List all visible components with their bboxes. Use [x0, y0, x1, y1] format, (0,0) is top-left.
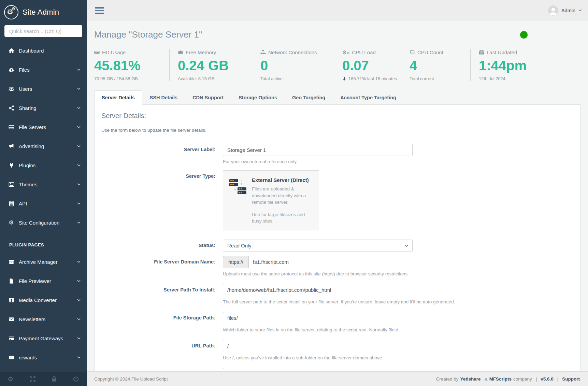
chevron-down-icon [77, 202, 81, 205]
database-icon [9, 201, 14, 206]
stat-cpu-load: ⚙⚙ CPU Load 0.07 185.71% last 15 minutes [334, 49, 401, 81]
server-type-option[interactable]: External Server (Direct) Files are uploa… [223, 170, 319, 230]
sidebar-footer: ⚙ [0, 372, 87, 386]
admin-label: Admin [561, 8, 575, 13]
share-icon [9, 105, 14, 111]
sidebar-nav: Dashboard Files Users Sharing File Serve… [0, 41, 87, 367]
server-stats-row: HD Usage 45.81% 70.95 GB / 154.88 GB Fre… [94, 49, 580, 81]
version-label: v5.6.0 [541, 376, 554, 382]
film-icon [9, 297, 14, 303]
lock-button[interactable] [43, 376, 65, 382]
stat-last-updated: Last Updated 1:44pm 12th Jul 2024 [470, 49, 549, 81]
admin-menu[interactable]: Admin [548, 5, 582, 16]
sidebar-item-users[interactable]: Users [0, 79, 87, 98]
install-path-label: Server Path To Install: [101, 284, 215, 304]
tab-ssh-details[interactable]: SSH Details [142, 90, 185, 104]
chevron-down-icon [77, 221, 81, 224]
stat-value: 45.81% [94, 58, 166, 73]
plug-icon [9, 162, 14, 168]
money-icon [9, 355, 14, 360]
envelope-icon [9, 316, 14, 322]
server-details-panel: Server Details: Use the form below to up… [94, 104, 580, 371]
tab-server-details[interactable]: Server Details [94, 90, 142, 105]
cogs-icon: ⚙⚙ [342, 49, 350, 55]
install-path-help: The full server path to the script insta… [223, 299, 573, 304]
chevron-down-icon [77, 299, 81, 301]
server-label-help: For your own internal reference only. [223, 159, 573, 164]
sidebar-item-plugins[interactable]: Plugins [0, 156, 87, 175]
fullscreen-button[interactable] [22, 376, 44, 382]
sidebar-item-payment-gateways[interactable]: Payment Gateways [0, 329, 87, 348]
server-tabs: Server Details SSH Details CDN Support S… [94, 90, 580, 104]
protocol-prefix: https:// [223, 256, 248, 268]
sidebar-item-rewards[interactable]: rewards [0, 348, 87, 367]
storage-path-input[interactable] [223, 312, 573, 324]
copyright-text: Copyright © 2024 File Upload Script [94, 376, 168, 382]
stat-network-connections: Network Connections 0 Total active [252, 49, 334, 81]
cloud-upload-icon [9, 67, 14, 73]
plugin-pages-heading: PLUGIN PAGES [0, 232, 87, 252]
sitemap-icon [260, 49, 266, 55]
chevron-down-icon [77, 126, 81, 128]
app-logo[interactable]: ⚙⚙ Site Admin [0, 0, 87, 21]
panel-heading: Server Details: [101, 112, 573, 120]
creator-name: Yetishare [460, 376, 481, 382]
settings-button[interactable]: ⚙ [0, 376, 22, 382]
megaphone-icon [9, 143, 14, 149]
tab-storage-options[interactable]: Storage Options [231, 90, 285, 104]
stat-free-memory: Free Memory 0.24 GB Available: 8.15 GB [169, 49, 252, 81]
tab-account-type-targeting[interactable]: Account Type Targeting [333, 90, 404, 104]
avatar [548, 5, 558, 16]
external-server-icon [229, 177, 247, 225]
gear-icon: ⚙ [8, 376, 14, 382]
page-title: Manage "Storage Server 1" [94, 29, 202, 40]
server-type-desc: Files are uploaded & downloaded directly… [252, 186, 313, 206]
sidebar-item-files[interactable]: Files [0, 60, 87, 79]
sidebar-item-file-servers[interactable]: File Servers [0, 117, 87, 137]
server-icon [9, 124, 14, 130]
chevron-down-icon [77, 69, 81, 71]
url-path-help: Use /, unless you've installed into a su… [223, 355, 573, 360]
stat-value: 0 [260, 58, 330, 73]
sidebar-item-themes[interactable]: Themes [0, 175, 87, 194]
stat-value: 1:44pm [479, 58, 545, 73]
tab-geo-targeting[interactable]: Geo Targeting [285, 90, 333, 104]
home-icon [9, 48, 14, 54]
sidebar-item-dashboard[interactable]: Dashboard [0, 41, 87, 60]
sidebar-item-site-configuration[interactable]: ⚙ Site Configuration [0, 213, 87, 232]
support-link[interactable]: Support [562, 376, 580, 382]
chevron-down-icon [77, 88, 81, 90]
sidebar: ⚙⚙ Site Admin Dashboard Files Users Shar… [0, 0, 87, 386]
domain-help: Uploads must use the same protocol as th… [223, 271, 573, 276]
chevron-down-icon [77, 183, 81, 186]
next-field-input-partial[interactable] [223, 368, 573, 371]
sidebar-item-api[interactable]: API [0, 194, 87, 213]
power-icon [73, 376, 79, 382]
tab-cdn-support[interactable]: CDN Support [185, 90, 231, 104]
page-content: Manage "Storage Server 1" HD Usage 45.81… [87, 21, 588, 371]
status-label: Status: [101, 240, 215, 252]
sidebar-item-media-converter[interactable]: Media Converter [0, 290, 87, 310]
storage-path-help: Which folder to store files in on the fi… [223, 327, 573, 332]
logout-button[interactable] [65, 376, 87, 382]
url-path-input[interactable] [223, 340, 573, 352]
status-select[interactable]: Read Only [223, 240, 413, 252]
sidebar-item-archive-manager[interactable]: Archive Manager [0, 252, 87, 271]
quick-search-input[interactable] [4, 25, 82, 37]
sidebar-toggle-button[interactable] [95, 6, 104, 15]
chevron-down-icon [77, 164, 81, 167]
sidebar-item-file-previewer[interactable]: File Previewer [0, 271, 87, 290]
chevron-down-icon [77, 337, 81, 340]
sidebar-item-newsletters[interactable]: Newsletters [0, 310, 87, 329]
sidebar-item-advertising[interactable]: Advertising [0, 137, 87, 156]
server-label-label: Server Label: [101, 144, 215, 164]
sidebar-item-sharing[interactable]: Sharing [0, 98, 87, 117]
page-footer: Copyright © 2024 File Upload Script Crea… [87, 371, 588, 386]
server-label-input[interactable] [223, 144, 413, 156]
install-path-input[interactable] [223, 284, 573, 296]
domain-input[interactable] [248, 256, 573, 268]
storage-path-label: File Storage Path: [101, 312, 215, 332]
stat-value: 0.24 GB [178, 58, 248, 73]
arrow-down-icon [342, 77, 346, 81]
memory-icon [178, 49, 183, 55]
